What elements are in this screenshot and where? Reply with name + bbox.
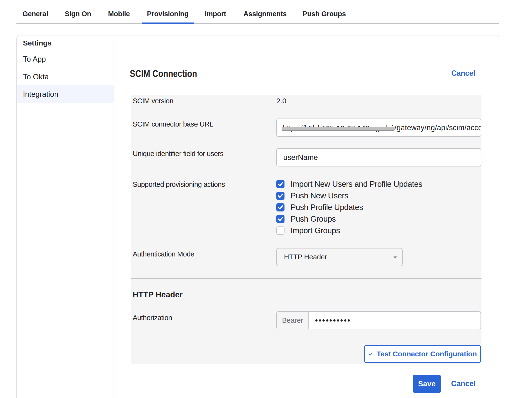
bearer-prefix: Bearer <box>277 312 309 329</box>
checkmark-icon <box>276 180 284 188</box>
checkbox-label: Push New Users <box>291 191 348 200</box>
tab-mobile[interactable]: Mobile <box>103 0 135 24</box>
redaction-bar <box>282 127 394 131</box>
provisioning-panel: Settings To App To Okta Integration SCIM… <box>16 36 499 398</box>
save-button[interactable]: Save <box>413 375 441 393</box>
sidebar-title: Settings <box>23 39 51 47</box>
auth-mode-label: Authentication Mode <box>133 250 194 258</box>
test-connector-button[interactable]: Test Connector Configuration <box>364 345 481 363</box>
checkbox-import-new-users[interactable] <box>276 180 284 188</box>
tab-import[interactable]: Import <box>199 0 231 24</box>
page-title: SCIM Connection <box>130 68 197 79</box>
scim-connection-form: SCIM version 2.0 SCIM connector base URL… <box>131 95 481 364</box>
scim-version-label: SCIM version <box>133 97 173 105</box>
section-divider <box>131 278 481 279</box>
cancel-link-bottom[interactable]: Cancel <box>451 379 476 388</box>
check-icon <box>368 352 373 357</box>
checkbox-import-groups[interactable] <box>276 226 284 235</box>
authorization-input[interactable]: Bearer •••••••••• <box>276 311 481 329</box>
checkbox-push-groups[interactable] <box>276 215 284 223</box>
base-url-label: SCIM connector base URL <box>133 120 213 128</box>
checkmark-icon <box>276 203 284 211</box>
tab-assignments[interactable]: Assignments <box>238 0 292 24</box>
test-connector-label: Test Connector Configuration <box>377 350 477 358</box>
cancel-link-top[interactable]: Cancel <box>451 69 475 78</box>
dropdown-caret-icon <box>394 256 397 259</box>
base-url-visible-text: /gateway/ng/api/scim/accou <box>394 119 481 136</box>
tab-provisioning[interactable]: Provisioning <box>142 0 194 24</box>
authorization-label: Authorization <box>133 313 172 322</box>
checkbox-push-profile-updates[interactable] <box>276 203 284 211</box>
tab-push-groups[interactable]: Push Groups <box>297 0 351 24</box>
checkbox-label: Push Groups <box>291 214 336 224</box>
scim-version-value: 2.0 <box>276 97 286 105</box>
tab-sign-on[interactable]: Sign On <box>59 0 96 24</box>
tab-general[interactable]: General <box>17 0 53 24</box>
auth-mode-value: HTTP Header <box>284 253 327 261</box>
checkbox-label: Import Groups <box>291 226 340 235</box>
checkmark-icon <box>276 215 284 223</box>
checkbox-push-new-users[interactable] <box>276 192 284 200</box>
provisioning-actions-label: Supported provisioning actions <box>133 180 225 189</box>
auth-mode-select[interactable]: HTTP Header <box>276 248 403 266</box>
checkmark-icon <box>276 192 284 200</box>
unique-id-label: Unique identifier field for users <box>133 149 223 158</box>
checkbox-label: Import New Users and Profile Updates <box>291 180 422 189</box>
unique-id-input[interactable]: userName <box>276 148 481 166</box>
sidebar-item-integration[interactable]: Integration <box>17 85 114 103</box>
settings-sidebar: Settings To App To Okta Integration <box>17 36 114 398</box>
unique-id-value: userName <box>277 149 481 166</box>
sidebar-item-to-okta[interactable]: To Okta <box>17 68 114 86</box>
base-url-input[interactable]: https://h5lxl-195-19-67-149.ngrok.io /ga… <box>276 119 481 137</box>
sidebar-item-to-app[interactable]: To App <box>17 50 114 68</box>
checkbox-label: Push Profile Updates <box>291 203 363 212</box>
authorization-secret-dots: •••••••••• <box>309 312 351 329</box>
http-header-heading: HTTP Header <box>133 290 183 299</box>
app-tabs-nav: General Sign On Mobile Provisioning Impo… <box>16 0 499 24</box>
